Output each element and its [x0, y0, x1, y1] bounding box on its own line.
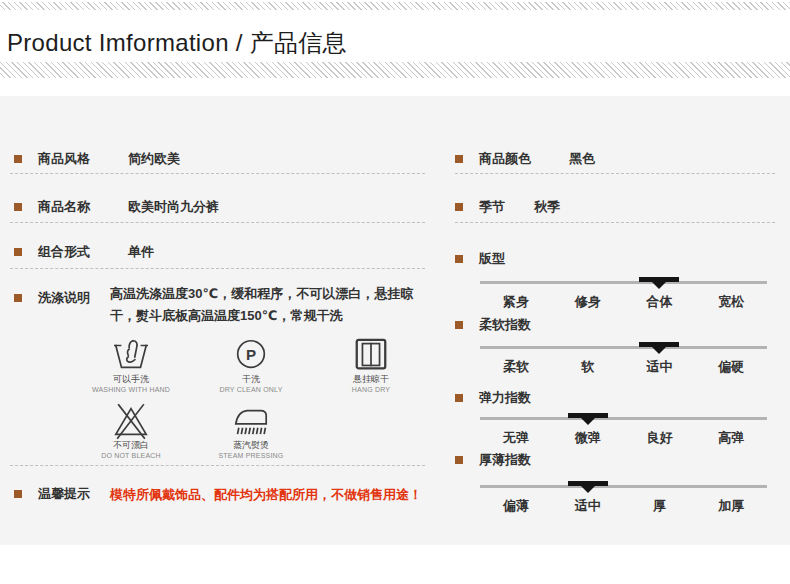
attr-row-thickness: 厚薄指数: [455, 452, 531, 468]
attr-row-softness: 柔软指数: [455, 317, 531, 333]
slider-options: 无弹 微弹 良好 高弹: [480, 429, 767, 447]
dashed-divider: [10, 173, 425, 174]
dry-clean-icon: P: [231, 336, 271, 374]
wash-care-label-zh: 不可漂白: [71, 440, 191, 451]
steam-press-icon: [231, 402, 271, 440]
bullet-square-icon: [455, 321, 463, 329]
slider-track: [480, 485, 767, 488]
wash-care-label-en: HANG DRY: [311, 385, 431, 394]
dry-clean-letter: P: [246, 346, 256, 363]
wash-care-label-en: WASHING WITH HAND: [71, 385, 191, 394]
wash-care-label-en: STEAM PRESSING: [191, 451, 311, 460]
slider-option: 偏硬: [695, 358, 767, 376]
slider-option: 合体: [624, 293, 696, 311]
slider-option: 修身: [552, 293, 624, 311]
attr-label: 商品颜色: [479, 150, 569, 168]
top-hatch-stripe: [0, 2, 790, 10]
hand-wash-icon: [111, 336, 151, 374]
slider-option: 适中: [552, 497, 624, 515]
thickness-slider: 偏薄 适中 厚 加厚: [480, 485, 767, 519]
attr-label: 版型: [479, 250, 505, 268]
slider-option: 软: [552, 358, 624, 376]
warm-tips-text: 模特所佩戴饰品、配件均为搭配所用，不做销售用途！: [110, 486, 422, 504]
elasticity-slider: 无弹 微弹 良好 高弹: [480, 417, 767, 451]
attr-row-style: 商品风格 简约欧美: [14, 151, 180, 167]
wash-care-label-zh: 蒸汽熨烫: [191, 440, 311, 451]
attr-label: 柔软指数: [479, 316, 531, 334]
product-info-page: Product Imformation / 产品信息 商品风格 简约欧美 商品名…: [0, 0, 790, 584]
slider-options: 偏薄 适中 厚 加厚: [480, 497, 767, 515]
attr-value: 秋季: [534, 198, 560, 216]
slider-option: 加厚: [695, 497, 767, 515]
wash-care-label-zh: 干洗: [191, 374, 311, 385]
bullet-square-icon: [14, 155, 22, 163]
hang-dry-icon: [351, 336, 391, 374]
wash-care-item: 蒸汽熨烫 STEAM PRESSING: [191, 402, 311, 460]
attr-row-washing: 洗涤说明: [14, 290, 90, 306]
slider-option: 适中: [624, 358, 696, 376]
wash-care-item: 可以手洗 WASHING WITH HAND: [71, 336, 191, 394]
bullet-square-icon: [455, 456, 463, 464]
attr-row-elasticity: 弹力指数: [455, 390, 531, 406]
attr-row-color: 商品颜色 黑色: [455, 151, 595, 167]
dashed-divider: [10, 222, 425, 223]
slider-options: 柔软 软 适中 偏硬: [480, 358, 767, 376]
bullet-square-icon: [14, 490, 22, 498]
bullet-square-icon: [455, 155, 463, 163]
attr-label: 洗涤说明: [38, 289, 90, 307]
attr-label: 温馨提示: [38, 485, 90, 503]
bullet-square-icon: [14, 203, 22, 211]
bullet-square-icon: [455, 255, 463, 263]
bullet-square-icon: [455, 394, 463, 402]
title-underline-hatch-stripe: [0, 62, 790, 78]
slider-marker-icon: [568, 413, 608, 425]
slider-option: 高弹: [695, 429, 767, 447]
wash-care-label-zh: 可以手洗: [71, 374, 191, 385]
wash-care-label-zh: 悬挂晾干: [311, 374, 431, 385]
wash-care-item: P 干洗 DRY CLEAN ONLY: [191, 336, 311, 394]
attr-row-tips: 温馨提示: [14, 486, 90, 502]
page-title: Product Imformation / 产品信息: [7, 27, 347, 59]
slider-option: 偏薄: [480, 497, 552, 515]
slider-option: 厚: [624, 497, 696, 515]
slider-option: 柔软: [480, 358, 552, 376]
bullet-square-icon: [14, 248, 22, 256]
washing-instructions-text: 高温洗涤温度30℃，缓和程序，不可以漂白，悬挂晾干，熨斗底板高温温度150℃，常…: [110, 283, 436, 327]
attr-value: 单件: [128, 243, 154, 261]
attr-label: 厚薄指数: [479, 451, 531, 469]
slider-marker-icon: [639, 342, 679, 354]
slider-option: 微弹: [552, 429, 624, 447]
attr-row-name: 商品名称 欧美时尚九分裤: [14, 199, 219, 215]
attr-value: 简约欧美: [128, 150, 180, 168]
slider-option: 紧身: [480, 293, 552, 311]
product-attributes-panel: 商品风格 简约欧美 商品名称 欧美时尚九分裤 组合形式 单件 洗涤说明 高温洗涤…: [0, 96, 790, 545]
slider-options: 紧身 修身 合体 宽松: [480, 293, 767, 311]
attr-label: 组合形式: [38, 243, 128, 261]
slider-track: [480, 417, 767, 420]
attr-label: 季节: [479, 198, 534, 216]
attr-value: 黑色: [569, 150, 595, 168]
softness-slider: 柔软 软 适中 偏硬: [480, 346, 767, 380]
attr-row-combination: 组合形式 单件: [14, 244, 154, 260]
wash-care-label-en: DO NOT BLEACH: [71, 451, 191, 460]
dashed-divider: [10, 465, 425, 466]
attr-value: 欧美时尚九分裤: [128, 198, 219, 216]
bullet-square-icon: [455, 203, 463, 211]
slider-marker-icon: [639, 277, 679, 289]
slider-option: 宽松: [695, 293, 767, 311]
wash-care-item: 不可漂白 DO NOT BLEACH: [71, 402, 191, 460]
dashed-divider: [455, 173, 775, 174]
slider-option: 无弹: [480, 429, 552, 447]
attr-label: 商品风格: [38, 150, 128, 168]
wash-care-label-en: DRY CLEAN ONLY: [191, 385, 311, 394]
no-bleach-icon: [111, 402, 151, 440]
dashed-divider: [455, 222, 775, 223]
bullet-square-icon: [14, 294, 22, 302]
slider-track: [480, 281, 767, 284]
attr-label: 商品名称: [38, 198, 128, 216]
fit-slider: 紧身 修身 合体 宽松: [480, 281, 767, 315]
slider-track: [480, 346, 767, 349]
slider-marker-icon: [568, 481, 608, 493]
attr-label: 弹力指数: [479, 389, 531, 407]
attr-row-fit: 版型: [455, 251, 505, 267]
